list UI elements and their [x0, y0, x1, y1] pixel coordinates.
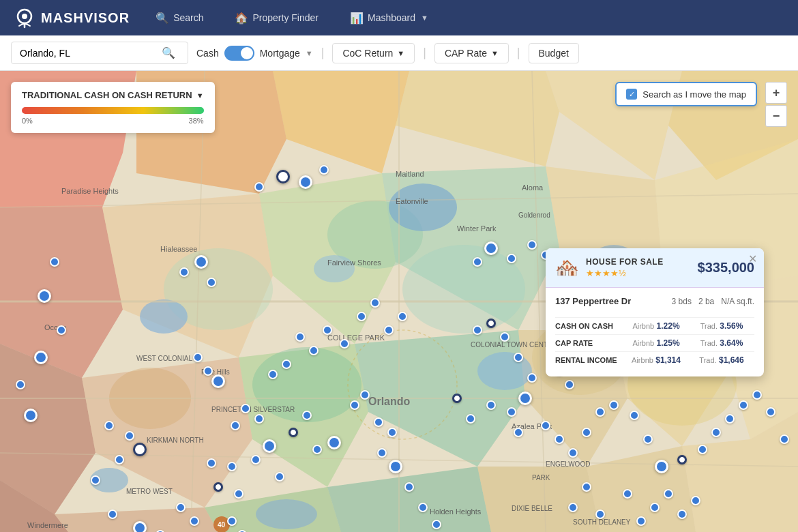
map-pin[interactable]: [623, 489, 632, 499]
map-pin[interactable]: [514, 428, 523, 437]
map-pin[interactable]: [299, 175, 312, 189]
map-pin[interactable]: [312, 445, 322, 454]
map-pin[interactable]: [190, 516, 199, 526]
map-pin[interactable]: [327, 436, 341, 449]
map-pin[interactable]: [115, 455, 124, 464]
map-pin[interactable]: [207, 458, 216, 468]
map-pin[interactable]: [565, 380, 574, 389]
budget-filter[interactable]: Budget: [529, 43, 579, 63]
map-pin[interactable]: [91, 475, 100, 485]
map-pin[interactable]: [374, 417, 383, 427]
map-pin[interactable]: [514, 353, 523, 362]
cap-rate-filter[interactable]: CAP Rate ▼: [434, 43, 509, 63]
popup-close-btn[interactable]: ✕: [748, 254, 757, 265]
map-pin[interactable]: [125, 431, 134, 441]
nav-mashboard[interactable]: 📊 Mashboard ▼: [344, 8, 434, 29]
map-pin[interactable]: [179, 267, 189, 277]
map-pin[interactable]: [582, 428, 591, 437]
map-pin[interactable]: [213, 482, 223, 492]
map-pin[interactable]: [275, 472, 284, 482]
map-pin[interactable]: [268, 370, 278, 379]
map-pin[interactable]: [677, 509, 687, 519]
map-pin[interactable]: [582, 482, 591, 492]
search-icon[interactable]: 🔍: [162, 46, 175, 59]
map-pin[interactable]: [350, 400, 359, 410]
map-pin[interactable]: [227, 462, 237, 471]
toggle-switch[interactable]: [224, 46, 254, 61]
map-pin[interactable]: [108, 509, 117, 519]
map-pin[interactable]: [16, 380, 25, 389]
logo[interactable]: MASHVISOR: [14, 7, 130, 29]
map-pin[interactable]: [231, 421, 240, 430]
map-pin[interactable]: [691, 496, 700, 505]
map-pin[interactable]: [541, 421, 550, 430]
location-input-wrap[interactable]: 🔍: [11, 42, 188, 64]
map-pin[interactable]: [527, 373, 537, 383]
map-pin[interactable]: [251, 455, 261, 464]
map-pin[interactable]: [309, 346, 319, 355]
map-pin[interactable]: [752, 390, 762, 400]
map-pin[interactable]: [254, 414, 264, 424]
map-pin[interactable]: [484, 241, 498, 255]
map-pin[interactable]: [766, 407, 775, 417]
map-pin[interactable]: [133, 443, 147, 456]
map-pin[interactable]: [389, 460, 402, 473]
map-pin[interactable]: [241, 404, 250, 413]
map-pin[interactable]: [370, 298, 380, 308]
map-pin[interactable]: [377, 448, 387, 458]
map-pin[interactable]: [473, 257, 482, 267]
map-pin[interactable]: [568, 448, 578, 458]
map-pin[interactable]: [432, 520, 441, 529]
map-pin[interactable]: [404, 482, 414, 492]
map-pin[interactable]: [57, 325, 66, 335]
legend-title-btn[interactable]: TRADITIONAL CASH ON CASH RETURN ▼: [22, 90, 204, 100]
map-pin[interactable]: [739, 400, 748, 410]
map-pin[interactable]: [207, 278, 216, 287]
map-pin[interactable]: [289, 428, 298, 437]
map-pin[interactable]: [711, 428, 721, 437]
map-pin[interactable]: [211, 374, 225, 388]
nav-property-finder[interactable]: 🏠 Property Finder: [229, 8, 323, 29]
map-pin[interactable]: [340, 339, 349, 349]
map-pin[interactable]: [276, 170, 290, 183]
nav-search[interactable]: 🔍 Search: [150, 8, 209, 29]
map-pin[interactable]: [725, 414, 735, 424]
map-pin[interactable]: [568, 503, 578, 512]
map-pin[interactable]: [664, 489, 673, 499]
map-pin[interactable]: [655, 460, 668, 473]
map-pin[interactable]: [466, 414, 475, 424]
map-pin[interactable]: [34, 351, 48, 364]
map-pin[interactable]: [643, 434, 653, 444]
map-pin[interactable]: [254, 182, 264, 192]
map-pin[interactable]: [263, 439, 276, 453]
map-pin[interactable]: [234, 489, 243, 499]
map-pin[interactable]: [527, 240, 537, 250]
map-pin[interactable]: [24, 409, 38, 422]
zoom-in-btn[interactable]: +: [765, 82, 787, 104]
map-pin[interactable]: [507, 407, 516, 417]
map-pin[interactable]: [104, 421, 114, 430]
map-pin[interactable]: [319, 165, 329, 175]
location-input[interactable]: [20, 48, 156, 59]
coc-return-filter[interactable]: CoC Return ▼: [332, 43, 415, 63]
map-pin[interactable]: [193, 353, 203, 362]
map-pin[interactable]: [418, 503, 428, 512]
map-pin[interactable]: [555, 434, 564, 444]
search-as-move-btn[interactable]: ✓ Search as I move the map: [615, 82, 757, 106]
map-pin[interactable]: [50, 257, 59, 267]
map-pin[interactable]: [302, 411, 312, 420]
map-pin[interactable]: [295, 332, 305, 342]
map-pin[interactable]: [507, 254, 516, 263]
map-pin[interactable]: [227, 516, 237, 526]
map-pin[interactable]: [176, 503, 186, 512]
map-pin[interactable]: [486, 319, 496, 328]
map-pin[interactable]: [595, 509, 605, 519]
map-pin[interactable]: [133, 521, 147, 532]
map-pin[interactable]: [194, 255, 208, 269]
zoom-out-btn[interactable]: −: [765, 105, 787, 127]
map-pin[interactable]: [650, 503, 660, 512]
map-pin[interactable]: [609, 400, 619, 410]
map-pin[interactable]: [473, 325, 482, 335]
map-pin[interactable]: [677, 455, 687, 464]
map-pin[interactable]: [323, 325, 332, 335]
